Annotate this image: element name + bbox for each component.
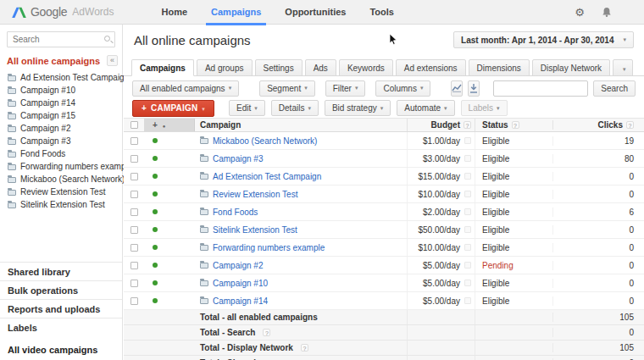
enabled-dot-icon[interactable] <box>153 191 158 197</box>
table-row[interactable]: Campaign #14 $5.00/day Eligible 0 <box>124 292 644 310</box>
edit-budget-icon[interactable] <box>464 191 471 197</box>
column-header-clicks[interactable]: Clicks? <box>552 120 644 130</box>
edit-budget-icon[interactable] <box>464 208 471 215</box>
tab-campaigns[interactable]: Campaigns <box>131 59 194 76</box>
sidebar-campaign-item[interactable]: Campaign #10 <box>0 84 122 97</box>
help-icon[interactable]: ? <box>626 121 634 129</box>
row-checkbox[interactable] <box>130 208 138 216</box>
sidebar-campaign-item[interactable]: Ad Extension Test Campaign <box>0 71 122 84</box>
chart-button[interactable] <box>451 80 463 97</box>
enabled-dot-icon[interactable] <box>153 209 158 214</box>
help-icon[interactable]: ? <box>512 121 519 129</box>
nav-opportunities[interactable]: Opportunities <box>273 0 358 25</box>
row-checkbox[interactable] <box>130 244 138 252</box>
help-icon[interactable]: ? <box>263 329 270 336</box>
edit-budget-icon[interactable] <box>464 280 471 286</box>
sidebar-labels[interactable]: Labels <box>0 318 122 336</box>
tab-settings[interactable]: Settings <box>255 59 303 76</box>
sidebar-campaign-item[interactable]: Campaign #2 <box>0 122 122 135</box>
tab-ad-groups[interactable]: Ad groups <box>197 59 253 76</box>
edit-budget-icon[interactable] <box>464 137 471 144</box>
nav-tools[interactable]: Tools <box>358 0 406 25</box>
segment-button[interactable]: Segment <box>259 80 315 97</box>
labels-button[interactable]: Labels <box>461 100 508 116</box>
table-row[interactable]: Ad Extension Test Campaign $15.00/day El… <box>124 168 644 186</box>
enabled-dot-icon[interactable] <box>153 227 158 232</box>
row-checkbox[interactable] <box>130 155 138 163</box>
sidebar-bulk-operations[interactable]: Bulk operations <box>0 280 122 299</box>
table-row[interactable]: Fond Foods $2.00/day Eligible 6 <box>124 203 644 221</box>
row-checkbox[interactable] <box>130 137 138 145</box>
edit-budget-icon[interactable] <box>464 155 471 162</box>
view-filter-button[interactable]: All enabled campaigns <box>132 80 239 97</box>
column-header-status[interactable]: Status? <box>475 119 552 131</box>
sidebar-campaign-item[interactable]: Sitelink Extension Test <box>0 198 122 211</box>
help-icon[interactable]: ? <box>464 121 471 129</box>
sidebar-campaign-item[interactable]: Forwarding numbers example <box>0 160 122 173</box>
date-range-selector[interactable]: Last month: Apr 1, 2014 - Apr 30, 2014 <box>453 31 634 48</box>
automate-button[interactable]: Automate <box>397 100 454 116</box>
sidebar-campaign-item[interactable]: Fond Foods <box>0 147 122 160</box>
campaign-link[interactable]: Mickaboo (Search Network) <box>213 136 317 146</box>
select-all-checkbox[interactable] <box>130 121 138 129</box>
enabled-dot-icon[interactable] <box>153 298 158 303</box>
collapse-sidebar-icon[interactable]: « <box>107 55 118 66</box>
enabled-dot-icon[interactable] <box>153 280 158 285</box>
sidebar-shared-library[interactable]: Shared library <box>0 262 122 280</box>
details-button[interactable]: Details <box>271 100 319 116</box>
campaign-link[interactable]: Forwarding numbers example <box>213 243 325 252</box>
table-row[interactable]: Campaign #10 $5.00/day Eligible 0 <box>124 274 644 292</box>
sidebar-campaign-item[interactable]: Campaign #14 <box>0 97 122 109</box>
enabled-dot-icon[interactable] <box>153 156 158 161</box>
nav-home[interactable]: Home <box>150 0 200 25</box>
gear-icon[interactable]: ⚙ <box>575 7 585 18</box>
campaign-link[interactable]: Campaign #10 <box>213 279 268 288</box>
row-checkbox[interactable] <box>130 262 138 269</box>
sidebar-campaign-item[interactable]: Campaign #3 <box>0 135 122 147</box>
campaign-link[interactable]: Ad Extension Test Campaign <box>213 172 321 181</box>
sidebar-search-input[interactable] <box>7 31 115 47</box>
tab-display-network[interactable]: Display Network <box>532 59 610 76</box>
bid-strategy-button[interactable]: Bid strategy <box>325 100 391 116</box>
row-checkbox[interactable] <box>130 280 138 287</box>
table-row[interactable]: Review Extension Test $10.00/day Eligibl… <box>124 186 644 203</box>
table-row[interactable]: Campaign #2 $5.00/day Pending 0 <box>124 257 644 274</box>
row-checkbox[interactable] <box>130 173 138 180</box>
add-campaign-button[interactable]: CAMPAIGN <box>132 100 214 117</box>
edit-budget-icon[interactable] <box>464 244 471 251</box>
tab-ad-extensions[interactable]: Ad extensions <box>396 59 466 76</box>
edit-budget-icon[interactable] <box>464 262 471 269</box>
sidebar-campaign-item[interactable]: Review Extension Test <box>0 186 122 198</box>
tab-keywords[interactable]: Keywords <box>339 59 393 76</box>
search-button[interactable]: Search <box>593 80 636 97</box>
edit-budget-icon[interactable] <box>464 173 471 180</box>
tab-dimensions[interactable]: Dimensions <box>469 59 530 76</box>
sidebar-reports-and-uploads[interactable]: Reports and uploads <box>0 299 122 318</box>
enabled-dot-icon[interactable] <box>153 245 158 250</box>
table-row[interactable]: Mickaboo (Search Network) $1.00/day Elig… <box>124 132 644 150</box>
column-header-campaign[interactable]: Campaign <box>195 120 407 130</box>
campaign-link[interactable]: Sitelink Extension Test <box>213 225 297 235</box>
edit-budget-icon[interactable] <box>464 226 471 233</box>
edit-budget-icon[interactable] <box>464 297 471 304</box>
filter-button[interactable]: Filter <box>325 80 366 97</box>
campaign-link[interactable]: Campaign #3 <box>213 154 263 163</box>
status-column-header[interactable] <box>144 119 195 131</box>
help-icon[interactable]: ? <box>301 344 308 352</box>
table-row[interactable]: Forwarding numbers example $10.00/day El… <box>124 239 644 257</box>
enabled-dot-icon[interactable] <box>153 138 158 143</box>
row-checkbox[interactable] <box>130 226 138 234</box>
download-button[interactable] <box>468 80 480 97</box>
row-checkbox[interactable] <box>130 191 138 198</box>
row-checkbox[interactable] <box>130 297 138 305</box>
column-header-budget[interactable]: Budget? <box>407 119 475 131</box>
sidebar-campaign-item[interactable]: Mickaboo (Search Network) <box>0 173 122 186</box>
campaign-link[interactable]: Fond Foods <box>213 208 258 217</box>
google-adwords-logo[interactable]: Google AdWords <box>12 5 114 19</box>
table-row[interactable]: Campaign #3 $3.00/day Eligible 80 <box>124 150 644 168</box>
search-input[interactable] <box>493 80 588 97</box>
enabled-dot-icon[interactable] <box>153 174 158 179</box>
tab-ads[interactable]: Ads <box>305 59 336 76</box>
campaign-link[interactable]: Campaign #14 <box>213 296 268 306</box>
sidebar-campaign-item[interactable]: Campaign #15 <box>0 109 122 122</box>
